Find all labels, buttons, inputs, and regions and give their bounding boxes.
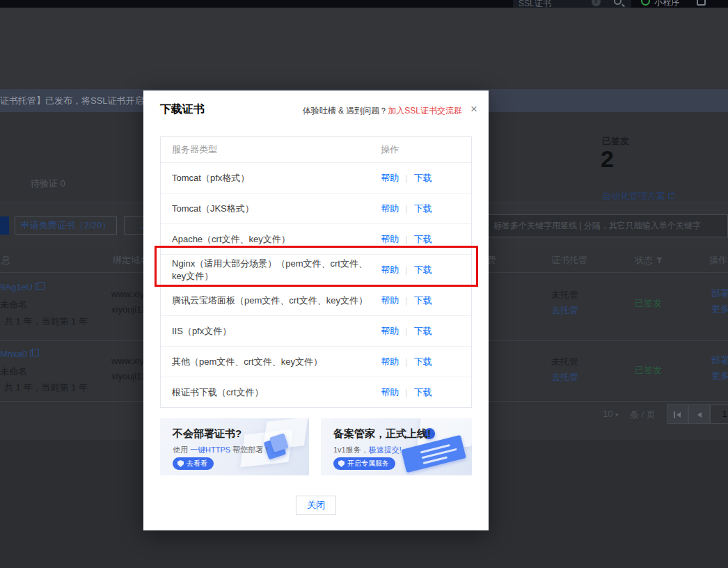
download-cert-modal: 下载证书 体验吐槽 & 遇到问题？加入SSL证书交流群 × 服务器类型 操作 T… xyxy=(143,90,489,530)
fast-submit-label: 极速提交! xyxy=(369,445,402,454)
row-tomcat-pfx: Tomcat（pfx格式） 帮助|下载 xyxy=(161,162,471,193)
col-hosting: 证书托管 xyxy=(551,254,587,267)
cert-name: 未命名 xyxy=(0,365,27,378)
go-see-button[interactable]: 去看看 xyxy=(173,457,214,470)
divider: | xyxy=(405,203,407,214)
col-status[interactable]: 状态 xyxy=(635,254,663,267)
download-link[interactable]: 下载 xyxy=(414,233,432,246)
first-page-button[interactable] xyxy=(667,404,688,424)
col-action: 操作 xyxy=(381,143,471,156)
close-button[interactable]: 关闭 xyxy=(296,496,336,515)
divider: | xyxy=(405,295,407,306)
download-link[interactable]: 下载 xyxy=(414,294,432,307)
page-size-suffix: 条 / 页 xyxy=(630,409,656,421)
automation-plan-label: 自动化管理方案 xyxy=(602,191,665,201)
deploy-link[interactable]: 部署 xyxy=(711,287,728,300)
row-nginx: Nginx（适用大部分场景）（pem文件、crt文件、key文件） 帮助|下载 xyxy=(161,254,471,285)
cert-name: 未命名 xyxy=(0,299,27,311)
status-badge: 已签发 xyxy=(635,364,662,377)
help-link[interactable]: 帮助 xyxy=(381,203,399,215)
divider: | xyxy=(405,234,407,244)
promo-title: 不会部署证书? xyxy=(173,427,242,441)
copy-icon[interactable] xyxy=(35,283,41,290)
deploy-link[interactable]: 部署 xyxy=(711,354,728,367)
row-root-cert: 根证书下载（crt文件） 帮助|下载 xyxy=(161,377,471,407)
go-hosting-link[interactable]: 去托管 xyxy=(551,304,578,317)
divider: | xyxy=(405,326,407,336)
one-key-https-link[interactable]: 一键HTTPS xyxy=(190,445,230,454)
close-icon[interactable]: × xyxy=(470,104,477,115)
mini-program-icon xyxy=(641,0,650,6)
open-service-button[interactable]: 开启专属服务 xyxy=(333,457,395,470)
cert-id-link[interactable]: 9Ag1eU xyxy=(0,282,41,292)
keyword-filter-input[interactable]: 标签多个关键字用竖线 | 分隔，其它只能输入单个关键字 xyxy=(486,214,728,237)
automation-plan-link[interactable]: 自动化管理方案 xyxy=(602,190,674,203)
row-bt-panel: 腾讯云宝塔面板（pem文件、crt文件、key文件） 帮助|下载 xyxy=(161,285,471,315)
more-link[interactable]: 更多 xyxy=(711,370,728,382)
server-type-label: Tomcat（pfx格式） xyxy=(161,172,381,184)
prev-page-button[interactable] xyxy=(688,404,710,424)
col-info: 息 xyxy=(1,254,10,267)
copy-icon[interactable] xyxy=(30,350,35,356)
download-link[interactable]: 下载 xyxy=(414,386,432,399)
help-link[interactable]: 帮助 xyxy=(381,264,399,276)
bound-domain: xiyouji12 xyxy=(111,371,147,381)
help-link[interactable]: 帮助 xyxy=(381,233,399,246)
promo-deploy-banner[interactable]: 不会部署证书? 使用 一键HTTPS 帮您部署！ 去看看 xyxy=(160,418,309,475)
console-box-icon[interactable] xyxy=(697,0,706,6)
col-action: 操作 xyxy=(709,254,727,267)
promo-desc: 使用 一键HTTPS 帮您部署！ xyxy=(173,445,271,455)
screen: SSL证书 × 小程序 证书托管】已发布，将SSL证书开启托管即可 待验证 0 … xyxy=(0,0,728,568)
divider: | xyxy=(405,265,407,275)
server-type-label: 根证书下载（crt文件） xyxy=(161,386,381,399)
cert-validity: 共 1 年，当前第 1 年 xyxy=(4,381,88,394)
server-type-table: 服务器类型 操作 Tomcat（pfx格式） 帮助|下载 Tomcat（JKS格… xyxy=(160,136,472,408)
promo-desc: 1v1服务，极速提交! xyxy=(333,445,402,455)
page-number-input[interactable]: 1 xyxy=(710,404,728,424)
divider: | xyxy=(405,387,407,397)
feedback-prefix: 体验吐槽 & 遇到问题？ xyxy=(303,106,388,116)
shield-icon xyxy=(338,460,345,467)
help-link[interactable]: 帮助 xyxy=(381,356,399,368)
server-type-label: 腾讯云宝塔面板（pem文件、crt文件、key文件） xyxy=(161,294,381,307)
pending-validation-tab[interactable]: 待验证 0 xyxy=(31,178,65,190)
promo-title: 备案管家，正式上线! xyxy=(333,427,431,441)
divider: | xyxy=(405,356,407,367)
shield-icon xyxy=(177,460,184,467)
help-link[interactable]: 帮助 xyxy=(381,386,399,399)
cert-validity: 共 1 年，当前第 1 年 xyxy=(4,315,88,328)
help-link[interactable]: 帮助 xyxy=(381,325,399,338)
col-server-type: 服务器类型 xyxy=(161,143,381,156)
col-status-label: 状态 xyxy=(635,255,653,265)
server-type-label: Nginx（适用大部分场景）（pem文件、crt文件、key文件） xyxy=(161,258,381,283)
table-header: 服务器类型 操作 xyxy=(161,137,471,162)
buy-certificate-button[interactable] xyxy=(0,216,9,235)
row-apache: Apache（crt文件、key文件） 帮助|下载 xyxy=(161,223,471,254)
help-link[interactable]: 帮助 xyxy=(381,294,399,307)
bound-domain: xiyouji12 xyxy=(111,304,147,315)
server-type-label: Apache（crt文件、key文件） xyxy=(161,233,381,246)
filter-funnel-icon[interactable] xyxy=(656,258,663,263)
join-group-link[interactable]: 加入SSL证书交流群 xyxy=(388,106,462,116)
feedback-line: 体验吐槽 & 遇到问题？加入SSL证书交流群 xyxy=(303,105,462,117)
apply-free-cert-button[interactable]: 申请免费证书（2/20） xyxy=(15,216,117,235)
download-link[interactable]: 下载 xyxy=(414,203,432,215)
mini-program-label[interactable]: 小程序 xyxy=(654,0,679,8)
help-link[interactable]: 帮助 xyxy=(381,172,399,184)
go-hosting-link[interactable]: 去托管 xyxy=(551,371,578,384)
external-link-icon xyxy=(668,193,674,199)
download-link[interactable]: 下载 xyxy=(414,325,432,338)
server-type-label: IIS（pfx文件） xyxy=(161,325,381,338)
page-size-select[interactable]: 10 ▾ xyxy=(603,409,619,419)
hosting-state: 未托管 xyxy=(551,289,578,301)
server-type-label: 其他（pem文件、crt文件、key文件） xyxy=(161,356,381,368)
status-badge: 已签发 xyxy=(635,297,662,310)
download-link[interactable]: 下载 xyxy=(414,356,432,368)
issued-count: 2 xyxy=(601,145,614,173)
download-link[interactable]: 下载 xyxy=(414,264,432,276)
promo-beian-banner[interactable]: 备案管家，正式上线! 1v1服务，极速提交! 开启专属服务 xyxy=(321,418,472,475)
download-link[interactable]: 下载 xyxy=(414,172,432,184)
more-link[interactable]: 更多 xyxy=(711,303,728,315)
hosting-state: 未托管 xyxy=(551,356,578,368)
cert-id-link[interactable]: Mnxa0 xyxy=(0,349,35,359)
